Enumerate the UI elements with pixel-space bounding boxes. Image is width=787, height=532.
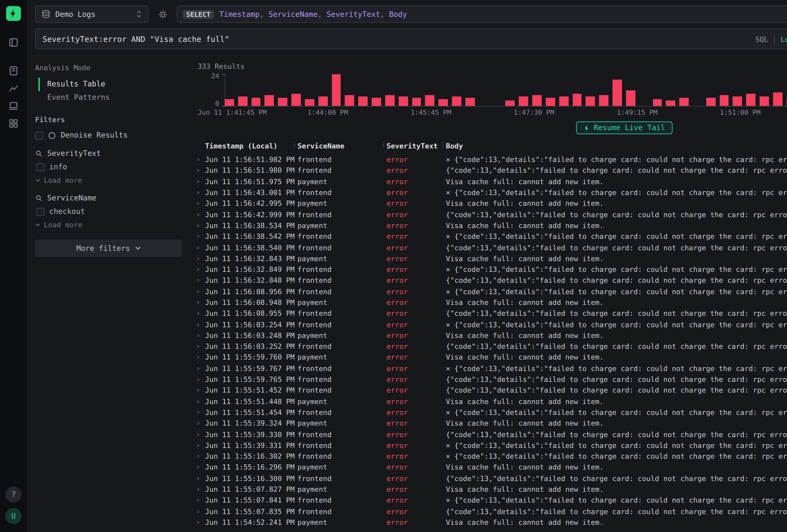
histogram-bar[interactable]: [278, 98, 288, 106]
histogram-bar[interactable]: [318, 97, 327, 106]
col-body[interactable]: Body: [446, 142, 787, 150]
journal-icon[interactable]: [8, 65, 19, 76]
table-row[interactable]: › Jun 11 1:55:59.765 PM frontend error {…: [191, 374, 787, 385]
histogram-bar[interactable]: [372, 98, 381, 106]
row-expand-chevron[interactable]: ›: [196, 386, 205, 394]
histogram-bar[interactable]: [225, 99, 234, 106]
row-expand-chevron[interactable]: ›: [196, 243, 205, 251]
histogram-bar[interactable]: [532, 95, 541, 106]
row-expand-chevron[interactable]: ›: [196, 199, 205, 207]
user-avatar[interactable]: U: [5, 508, 22, 524]
row-expand-chevron[interactable]: ›: [196, 298, 205, 306]
histogram-bar[interactable]: [439, 99, 448, 106]
histogram-bar[interactable]: [238, 97, 247, 106]
row-expand-chevron[interactable]: ›: [196, 375, 205, 383]
facet-option-checkbox[interactable]: [36, 208, 44, 215]
row-expand-chevron[interactable]: ›: [196, 419, 205, 427]
row-expand-chevron[interactable]: ›: [196, 210, 205, 218]
mode-event-patterns[interactable]: Event Patterns: [38, 91, 182, 105]
table-row[interactable]: › Jun 11 1:55:07.841 PM frontend error ×…: [191, 494, 787, 506]
row-expand-chevron[interactable]: ›: [196, 507, 205, 515]
sql-language-option[interactable]: SQL: [756, 35, 768, 43]
histogram-bar[interactable]: [666, 101, 675, 106]
row-expand-chevron[interactable]: ›: [196, 397, 205, 405]
table-row[interactable]: › Jun 11 1:56:32.843 PM payment error Vi…: [191, 253, 787, 264]
table-row[interactable]: › Jun 11 1:55:16.296 PM payment error Vi…: [191, 462, 787, 473]
row-expand-chevron[interactable]: ›: [196, 265, 205, 273]
load-more-servicename[interactable]: Load more: [35, 220, 182, 229]
row-expand-chevron[interactable]: ›: [196, 177, 205, 185]
histogram-bar[interactable]: [452, 97, 461, 106]
denoise-results-toggle[interactable]: Denoise Results: [35, 131, 182, 140]
laptop-icon[interactable]: [8, 101, 19, 111]
table-row[interactable]: › Jun 11 1:55:51.452 PM frontend error {…: [191, 385, 787, 396]
table-row[interactable]: › Jun 11 1:55:59.760 PM payment error Vi…: [191, 352, 787, 363]
histogram-bar[interactable]: [559, 97, 568, 106]
row-expand-chevron[interactable]: ›: [196, 309, 205, 317]
histogram-bar[interactable]: [679, 98, 689, 106]
table-row[interactable]: › Jun 11 1:55:16.302 PM frontend error ×…: [191, 451, 787, 462]
histogram-bar[interactable]: [546, 98, 555, 106]
lucene-language-option[interactable]: Lucene: [781, 35, 787, 43]
row-expand-chevron[interactable]: ›: [196, 408, 205, 416]
denoise-checkbox[interactable]: [35, 131, 43, 139]
table-row[interactable]: › Jun 11 1:56:32.849 PM frontend error ×…: [191, 264, 787, 275]
table-row[interactable]: › Jun 11 1:55:07.835 PM frontend error {…: [191, 506, 787, 516]
row-expand-chevron[interactable]: ›: [196, 254, 205, 262]
histogram-bar[interactable]: [465, 98, 475, 106]
table-row[interactable]: › Jun 11 1:56:42.999 PM frontend error {…: [191, 209, 787, 220]
table-row[interactable]: › Jun 11 1:55:39.330 PM frontend error {…: [191, 429, 787, 440]
histogram-bar[interactable]: [613, 80, 622, 106]
histogram-bar[interactable]: [332, 74, 341, 106]
facet-header[interactable]: SeverityText: [35, 149, 182, 158]
row-expand-chevron[interactable]: ›: [196, 320, 205, 328]
column-resize-handle[interactable]: ⋮: [440, 141, 446, 148]
histogram-bar[interactable]: [773, 93, 782, 106]
facet-option-info[interactable]: info: [36, 163, 182, 171]
histogram-bar[interactable]: [733, 97, 742, 106]
gear-icon[interactable]: [154, 5, 171, 23]
table-row[interactable]: › Jun 11 1:55:16.300 PM frontend error {…: [191, 473, 787, 484]
histogram-bar[interactable]: [265, 95, 274, 106]
search-input[interactable]: [42, 34, 750, 43]
help-button[interactable]: ?: [5, 486, 22, 503]
row-expand-chevron[interactable]: ›: [196, 364, 205, 372]
source-select[interactable]: Demo Logs: [35, 5, 148, 23]
col-severitytext[interactable]: SeverityText: [387, 142, 446, 150]
table-row[interactable]: › Jun 11 1:56:08.948 PM payment error Vi…: [191, 297, 787, 308]
row-expand-chevron[interactable]: ›: [196, 232, 205, 240]
histogram-bar[interactable]: [292, 94, 301, 106]
table-row[interactable]: › Jun 11 1:55:07.827 PM payment error Vi…: [191, 484, 787, 494]
col-timestamp[interactable]: Timestamp (Local): [205, 142, 297, 150]
histogram-bar[interactable]: [653, 99, 662, 106]
row-expand-chevron[interactable]: ›: [196, 276, 205, 284]
table-row[interactable]: › Jun 11 1:56:51.980 PM frontend error {…: [191, 165, 787, 176]
row-expand-chevron[interactable]: ›: [196, 287, 205, 295]
row-expand-chevron[interactable]: ›: [196, 474, 205, 482]
row-expand-chevron[interactable]: ›: [196, 485, 205, 493]
table-row[interactable]: › Jun 11 1:56:32.848 PM frontend error {…: [191, 275, 787, 286]
table-row[interactable]: › Jun 11 1:54:52.241 PM payment error Vi…: [191, 516, 787, 528]
row-expand-chevron[interactable]: ›: [196, 188, 205, 196]
table-row[interactable]: › Jun 11 1:55:39.331 PM frontend error ×…: [191, 440, 787, 451]
histogram-bar[interactable]: [626, 90, 635, 106]
mode-results-table[interactable]: Results Table: [38, 78, 182, 91]
row-expand-chevron[interactable]: ›: [196, 496, 205, 504]
histogram-bar[interactable]: [385, 95, 395, 106]
app-logo[interactable]: [6, 6, 21, 21]
histogram-bar[interactable]: [706, 98, 716, 106]
layout-grid-icon[interactable]: [8, 118, 19, 129]
facet-option-checkbox[interactable]: [36, 163, 44, 171]
table-row[interactable]: › Jun 11 1:56:03.248 PM payment error Vi…: [191, 330, 787, 341]
row-expand-chevron[interactable]: ›: [196, 518, 205, 526]
table-row[interactable]: › Jun 11 1:55:59.767 PM frontend error ×…: [191, 363, 787, 374]
facet-header[interactable]: ServiceName: [35, 194, 182, 203]
facet-option-checkout[interactable]: checkout: [36, 207, 182, 216]
chart-line-icon[interactable]: [8, 83, 19, 94]
table-row[interactable]: › Jun 11 1:56:38.542 PM frontend error ×…: [191, 231, 787, 242]
row-expand-chevron[interactable]: ›: [196, 342, 205, 350]
resume-live-tail-button[interactable]: Resume Live Tail: [576, 121, 673, 134]
histogram-bar[interactable]: [572, 94, 582, 106]
histogram-bar[interactable]: [599, 95, 609, 106]
row-expand-chevron[interactable]: ›: [196, 155, 205, 163]
